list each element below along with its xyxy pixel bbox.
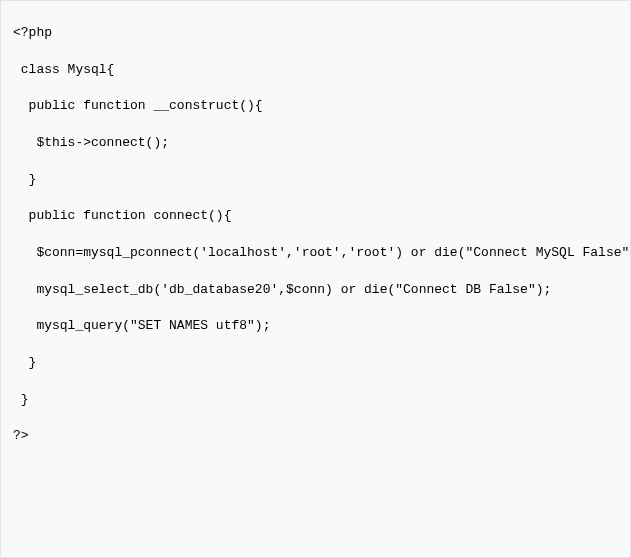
code-line: <?php <box>13 25 52 40</box>
code-line: } <box>13 392 29 407</box>
code-block: <?php class Mysql{ public function __con… <box>1 1 630 469</box>
code-line: $conn=mysql_pconnect('localhost','root',… <box>13 245 631 260</box>
code-line: public function __construct(){ <box>13 98 263 113</box>
code-line: class Mysql{ <box>13 62 114 77</box>
code-line: } <box>13 172 36 187</box>
code-line: mysql_query("SET NAMES utf8"); <box>13 318 270 333</box>
code-line: } <box>13 355 36 370</box>
code-line: public function connect(){ <box>13 208 231 223</box>
code-line: mysql_select_db('db_database20',$conn) o… <box>13 282 551 297</box>
code-line: $this->connect(); <box>13 135 169 150</box>
code-line: ?> <box>13 428 29 443</box>
